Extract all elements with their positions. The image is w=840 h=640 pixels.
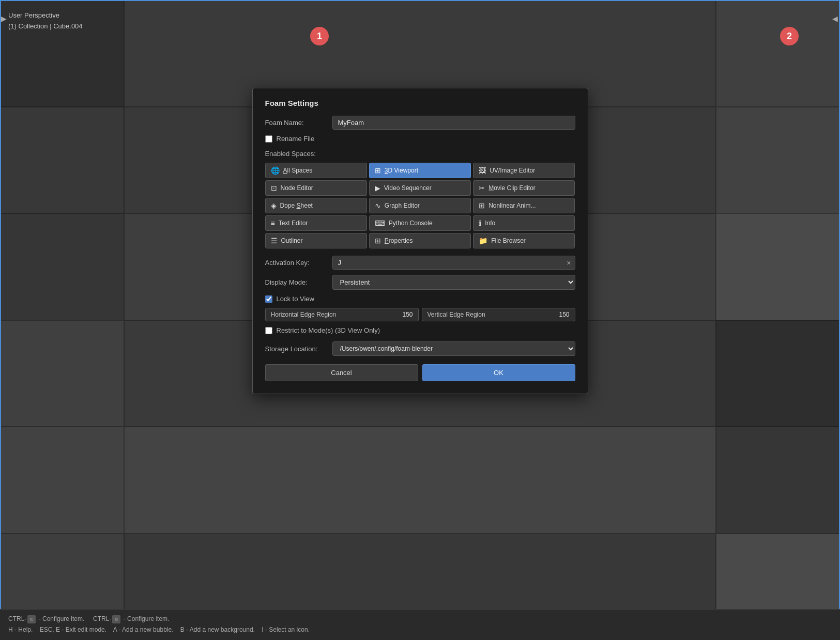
bg-tile (0, 427, 124, 534)
uv-image-editor-icon: 🖼 (479, 166, 486, 175)
info-label: Info (485, 220, 495, 227)
ctrl-icon-1: ⎋ (27, 615, 36, 623)
bg-tile (124, 427, 716, 534)
viewport-info: User Perspective (1) Collection | Cube.0… (8, 10, 83, 32)
left-arrow-icon[interactable]: ▶ (1, 14, 7, 23)
node-editor-label: Node Editor (281, 184, 313, 192)
lock-to-view-label: Lock to View (277, 295, 314, 303)
dope-sheet-icon: ◈ (271, 201, 277, 210)
graph-editor-icon: ∿ (375, 201, 381, 210)
rename-file-label: Rename File (277, 135, 315, 143)
bg-tile (716, 213, 840, 320)
space-btn-outliner[interactable]: ☰ Outliner (265, 233, 367, 248)
display-mode-select[interactable]: Persistent Overlay Panel (332, 275, 575, 290)
space-btn-video-sequencer[interactable]: ▶ Video Sequencer (369, 180, 471, 196)
node-editor-icon: ⊡ (271, 184, 277, 192)
bg-tile (716, 427, 840, 534)
status-line-2: H - Help. ESC, E - Exit edit mode. A - A… (8, 625, 832, 636)
outliner-icon: ☰ (271, 237, 278, 245)
info-icon: ℹ (479, 219, 481, 227)
3d-viewport-label: 3D Viewport (385, 167, 418, 174)
storage-location-select[interactable]: /Users/owen/.config/foam-blender (332, 341, 575, 356)
outliner-label: Outliner (281, 237, 303, 244)
ok-button[interactable]: OK (422, 364, 575, 381)
video-sequencer-label: Video Sequencer (384, 184, 432, 192)
display-mode-row: Display Mode: Persistent Overlay Panel (265, 275, 575, 290)
space-btn-python-console[interactable]: ⌨ Python Console (369, 215, 471, 231)
cancel-button[interactable]: Cancel (265, 364, 418, 381)
rename-file-checkbox[interactable] (265, 135, 272, 143)
text-editor-icon: ≡ (271, 219, 275, 227)
bg-tile (716, 0, 840, 107)
viewport-collection: (1) Collection | Cube.004 (8, 21, 83, 32)
space-btn-info[interactable]: ℹ Info (473, 215, 575, 231)
foam-name-input[interactable] (332, 116, 575, 130)
space-btn-node-editor[interactable]: ⊡ Node Editor (265, 180, 367, 196)
movie-clip-editor-label: Movie Clip Editor (488, 184, 536, 192)
foam-name-row: Foam Name: (265, 116, 575, 130)
space-btn-nonlinear-anim[interactable]: ⊞ Nonlinear Anim... (473, 198, 575, 213)
bg-tile (0, 213, 124, 320)
bg-tile (716, 320, 840, 427)
viewport-mode: User Perspective (8, 10, 83, 21)
lock-to-view-row: Lock to View (265, 295, 575, 303)
all-spaces-icon: 🌐 (271, 166, 280, 175)
badge-2: 2 (780, 27, 799, 45)
3d-viewport-icon: ⊞ (375, 166, 381, 175)
dope-sheet-label: Dope Sheet (280, 202, 313, 209)
restrict-label: Restrict to Mode(s) (3D View Only) (277, 326, 380, 334)
action-buttons: Cancel OK (265, 364, 575, 381)
foam-settings-dialog: Foam Settings Foam Name: Rename File Ena… (252, 88, 588, 394)
bg-tile (0, 320, 124, 427)
right-arrow-icon[interactable]: ◀ (832, 14, 838, 23)
rename-file-row: Rename File (265, 135, 575, 143)
uv-image-editor-label: UV/Image Editor (490, 167, 535, 174)
space-btn-graph-editor[interactable]: ∿ Graph Editor (369, 198, 471, 213)
edge-region-row: Horizontal Edge Region 150 Vertical Edge… (265, 308, 575, 321)
space-btn-dope-sheet[interactable]: ◈ Dope Sheet (265, 198, 367, 213)
restrict-row: Restrict to Mode(s) (3D View Only) (265, 326, 575, 334)
space-btn-all-spaces[interactable]: 🌐 All Spaces (265, 163, 367, 178)
space-btn-text-editor[interactable]: ≡ Text Editor (265, 215, 367, 231)
activation-key-row: Activation Key: × (265, 256, 575, 270)
horizontal-edge-label: Horizontal Edge Region (271, 311, 337, 318)
vertical-edge-value: 150 (559, 311, 569, 318)
file-browser-icon: 📁 (479, 237, 487, 245)
python-console-icon: ⌨ (375, 219, 385, 227)
ctrl-icon-2: ⎋ (112, 615, 120, 623)
space-btn-movie-clip-editor[interactable]: ✂ Movie Clip Editor (473, 180, 575, 196)
space-btn-uv-image-editor[interactable]: 🖼 UV/Image Editor (473, 163, 575, 178)
text-editor-label: Text Editor (279, 220, 308, 227)
horizontal-edge-region[interactable]: Horizontal Edge Region 150 (265, 308, 419, 321)
lock-to-view-checkbox[interactable] (265, 295, 272, 303)
graph-editor-label: Graph Editor (385, 202, 420, 209)
storage-location-label: Storage Location: (265, 345, 332, 353)
status-line-1: CTRL-⎋ - Configure item. CTRL-⎋ - Config… (8, 614, 832, 625)
nonlinear-anim-label: Nonlinear Anim... (488, 202, 536, 209)
space-btn-3d-viewport[interactable]: ⊞ 3D Viewport (369, 163, 471, 178)
properties-icon: ⊞ (375, 237, 381, 245)
all-spaces-label: All Spaces (283, 167, 313, 174)
vertical-edge-label: Vertical Edge Region (427, 311, 485, 318)
space-btn-properties[interactable]: ⊞ Properties (369, 233, 471, 248)
restrict-checkbox[interactable] (265, 327, 272, 334)
properties-label: Properties (385, 237, 413, 244)
status-bar: CTRL-⎋ - Configure item. CTRL-⎋ - Config… (0, 609, 840, 640)
file-browser-label: File Browser (491, 237, 526, 244)
spaces-grid: 🌐 All Spaces ⊞ 3D Viewport 🖼 UV/Image Ed… (265, 163, 575, 248)
bg-tile (0, 107, 124, 214)
storage-location-row: Storage Location: /Users/owen/.config/fo… (265, 341, 575, 356)
activation-key-container: × (332, 256, 575, 270)
horizontal-edge-value: 150 (402, 311, 413, 318)
video-sequencer-icon: ▶ (375, 184, 380, 192)
space-btn-file-browser[interactable]: 📁 File Browser (473, 233, 575, 248)
activation-key-clear-button[interactable]: × (567, 259, 571, 267)
activation-key-input[interactable] (332, 256, 575, 270)
enabled-spaces-label: Enabled Spaces: (265, 150, 575, 158)
python-console-label: Python Console (389, 220, 433, 227)
badge-1: 1 (310, 27, 329, 45)
movie-clip-editor-icon: ✂ (479, 184, 485, 192)
nonlinear-anim-icon: ⊞ (479, 201, 485, 210)
vertical-edge-region[interactable]: Vertical Edge Region 150 (422, 308, 575, 321)
activation-key-label: Activation Key: (265, 259, 332, 267)
